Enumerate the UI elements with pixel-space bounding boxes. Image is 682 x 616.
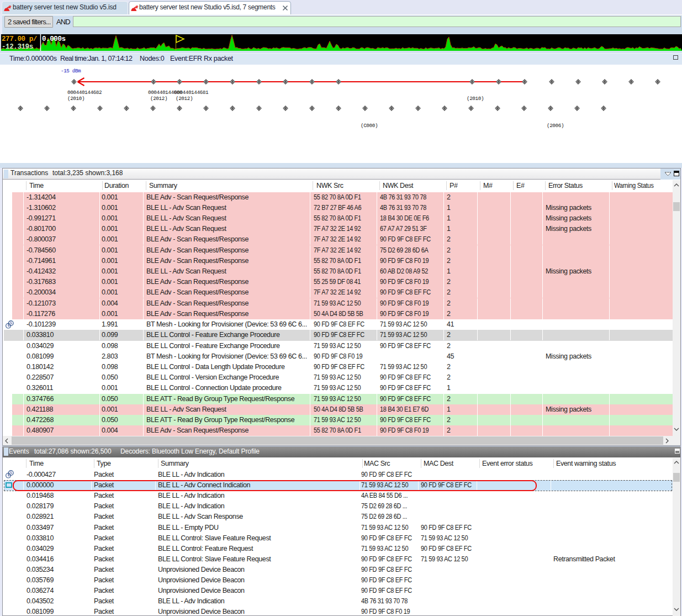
svg-text:000440144682: 000440144682 — [67, 89, 102, 96]
svg-text:(2012): (2012) — [176, 96, 193, 102]
svg-text:000440144681: 000440144681 — [174, 89, 209, 96]
svg-text:0.000s: 0.000s — [42, 35, 66, 43]
svg-text:(2012): (2012) — [150, 96, 167, 102]
svg-text:(C000): (C000) — [361, 123, 378, 129]
svg-text:(2010): (2010) — [467, 96, 484, 102]
svg-text:(2006): (2006) — [547, 123, 564, 129]
svg-text:-12.319s: -12.319s — [2, 43, 33, 51]
svg-text:(2010): (2010) — [67, 96, 84, 102]
svg-text:277.00 p/: 277.00 p/ — [2, 35, 37, 43]
svg-text:-15 dBm: -15 dBm — [61, 68, 81, 74]
